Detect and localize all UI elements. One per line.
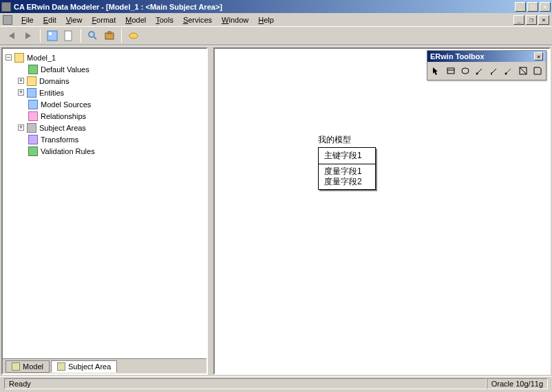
subtype-tool-icon[interactable] (516, 64, 529, 78)
erwin-toolbox[interactable]: ERwin Toolbox × (427, 50, 546, 80)
window-title: CA ERwin Data Modeler - [Model_1 : <Main… (14, 3, 515, 11)
expand-icon[interactable]: + (18, 124, 24, 131)
menu-bar: FileEditViewFormatModelToolsServicesWind… (0, 13, 552, 26)
minimize-button[interactable]: _ (515, 2, 526, 12)
doc-icon (12, 362, 20, 371)
tree-item-relationships[interactable]: Relationships (6, 110, 204, 122)
menu-model[interactable]: Model (120, 14, 151, 25)
mdi-close-button[interactable]: × (538, 15, 549, 25)
entity-pk-field[interactable]: 主键字段1 (319, 148, 375, 164)
annotation-tool-icon[interactable] (531, 64, 544, 78)
tree-item-label: Subject Areas (39, 124, 86, 132)
tree-item-entities[interactable]: +Entities (6, 87, 204, 98)
identifying-rel-tool-icon[interactable] (487, 64, 500, 78)
menu-tools[interactable]: Tools (151, 14, 178, 25)
entity-attr-field[interactable]: 度量字段2 (324, 177, 370, 187)
tool-print[interactable] (126, 28, 141, 43)
toolbox-titlebar[interactable]: ERwin Toolbox × (427, 51, 546, 62)
menu-window[interactable]: Window (217, 14, 253, 25)
tab-subject-area[interactable]: Subject Area (51, 360, 117, 373)
tree-node-icon (28, 100, 38, 109)
menu-format[interactable]: Format (87, 14, 120, 25)
status-db-target: Oracle 10g/11g (487, 378, 548, 389)
tree-node-icon (28, 135, 38, 144)
tree-view[interactable]: − Model_1 Default Values+Domains+Entitie… (3, 49, 206, 358)
tool-toolbox[interactable] (102, 28, 117, 43)
tree-item-transforms[interactable]: Transforms (6, 133, 204, 145)
separator (40, 29, 41, 43)
tree-item-label: Entities (39, 89, 64, 97)
entity-name: 我的模型 (318, 134, 376, 146)
svg-rect-8 (447, 68, 454, 74)
status-bar: Ready Oracle 10g/11g (0, 376, 552, 390)
nav-forward-button[interactable] (21, 28, 36, 43)
menu-edit[interactable]: Edit (39, 14, 61, 25)
menu-help[interactable]: Help (253, 14, 279, 25)
svg-rect-6 (108, 32, 111, 34)
view-tool-icon[interactable] (458, 64, 471, 78)
expand-icon[interactable]: + (18, 78, 24, 84)
entity-attr-field[interactable]: 度量字段1 (324, 166, 370, 177)
tab-subject-area-label: Subject Area (68, 362, 111, 371)
toolbar (0, 26, 552, 45)
tool-diagram[interactable] (61, 28, 76, 43)
svg-point-7 (129, 33, 138, 39)
menu-file[interactable]: File (17, 14, 39, 25)
tree-root-label: Model_1 (27, 54, 56, 62)
close-button[interactable]: × (540, 2, 551, 12)
tree-item-domains[interactable]: +Domains (6, 75, 204, 87)
collapse-icon[interactable]: − (6, 54, 12, 61)
tree-item-validation-rules[interactable]: Validation Rules (6, 145, 204, 157)
menu-view[interactable]: View (61, 14, 87, 25)
svg-rect-10 (462, 68, 469, 74)
title-bar: CA ERwin Data Modeler - [Model_1 : <Main… (0, 0, 552, 13)
svg-rect-1 (49, 32, 52, 35)
tab-model-label: Model (23, 362, 43, 371)
tree-item-label: Model Sources (41, 100, 91, 109)
separator (81, 29, 81, 43)
tree-item-label: Transforms (41, 135, 78, 144)
tree-node-icon (28, 146, 38, 156)
tree-node-icon (28, 65, 38, 74)
svg-point-12 (476, 73, 478, 75)
nav-back-button[interactable] (4, 28, 19, 43)
tree-item-default-values[interactable]: Default Values (6, 63, 204, 75)
tree-node-icon (27, 123, 36, 133)
splitter[interactable] (209, 46, 212, 376)
tree-root[interactable]: − Model_1 (6, 52, 204, 63)
model-icon (14, 53, 24, 63)
diagram-canvas[interactable]: ERwin Toolbox × 我的模型 主键字段1 度量字段1度量字段2 (213, 47, 551, 375)
tool-zoom-fit[interactable] (85, 28, 100, 43)
entity-tool-icon[interactable] (444, 64, 457, 78)
mdi-system-icon[interactable] (3, 15, 12, 25)
mdi-restore-button[interactable]: ❐ (526, 15, 537, 25)
tree-node-icon (28, 111, 38, 121)
toolbox-title-text: ERwin Toolbox (430, 52, 534, 61)
grid-icon (57, 362, 65, 371)
maximize-button[interactable]: □ (527, 2, 538, 12)
toolbox-close-button[interactable]: × (534, 52, 543, 61)
tree-item-model-sources[interactable]: Model Sources (6, 98, 204, 110)
model-explorer-pane: − Model_1 Default Values+Domains+Entitie… (1, 47, 208, 375)
relationship-tool-icon[interactable] (473, 64, 486, 78)
many-rel-tool-icon[interactable] (502, 64, 515, 78)
tree-node-icon (27, 76, 36, 86)
app-icon (1, 2, 11, 12)
tree-item-label: Default Values (41, 65, 89, 74)
tree-item-label: Relationships (41, 112, 86, 120)
tab-model[interactable]: Model (6, 360, 50, 373)
svg-point-16 (505, 73, 507, 75)
svg-line-18 (520, 67, 527, 74)
separator (121, 29, 122, 43)
entity-diagram[interactable]: 我的模型 主键字段1 度量字段1度量字段2 (318, 134, 376, 190)
menu-services[interactable]: Services (178, 14, 217, 25)
tool-model-explorer[interactable] (45, 28, 60, 43)
expand-icon[interactable]: + (18, 89, 24, 96)
status-message: Ready (4, 378, 487, 389)
entity-box[interactable]: 主键字段1 度量字段1度量字段2 (318, 147, 376, 190)
main-area: − Model_1 Default Values+Domains+Entitie… (0, 45, 552, 376)
mdi-minimize-button[interactable]: _ (513, 15, 524, 25)
pointer-tool-icon[interactable] (429, 64, 443, 78)
tree-item-label: Validation Rules (41, 147, 95, 155)
tree-item-subject-areas[interactable]: +Subject Areas (6, 122, 204, 133)
